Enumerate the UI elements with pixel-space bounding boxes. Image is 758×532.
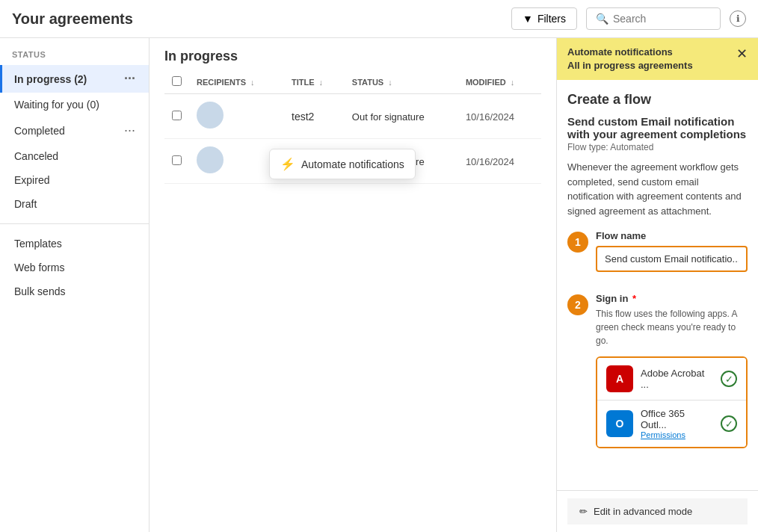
flow-type: Flow type: Automated bbox=[567, 142, 748, 152]
tooltip-label: Automate notifications bbox=[301, 158, 404, 170]
agreement-status: Out for signature bbox=[352, 111, 425, 123]
agreement-title: test2 bbox=[292, 111, 314, 123]
sidebar-item-completed[interactable]: Completed ··· bbox=[0, 117, 149, 144]
filter-button[interactable]: ▼ Filters bbox=[511, 7, 577, 30]
panel-header-title-line1: Automate notifications bbox=[567, 46, 693, 59]
step-2-circle: 2 bbox=[567, 294, 588, 315]
sidebar-item-templates[interactable]: Templates bbox=[0, 232, 149, 256]
office-permissions-link[interactable]: Permissions bbox=[641, 430, 713, 439]
section-header: In progress bbox=[150, 38, 556, 70]
search-box: 🔍 bbox=[586, 7, 721, 30]
sidebar-item-bulk-sends[interactable]: Bulk sends bbox=[0, 279, 149, 303]
agreements-table-container: RECIPIENTS ↓ TITLE ↓ STATUS ↓ MODIFIED ↓… bbox=[150, 70, 556, 532]
select-all-checkbox[interactable] bbox=[172, 76, 182, 86]
panel-subtitle: Send custom Email notification with your… bbox=[567, 115, 748, 140]
adobe-name: Adobe Acrobat ... bbox=[641, 368, 713, 390]
app-list: A Adobe Acrobat ... ✓ O Office 365 Outl.… bbox=[596, 356, 748, 448]
adobe-icon: A bbox=[606, 365, 633, 392]
step-1-row: 1 Flow name bbox=[567, 230, 748, 284]
app-item-office[interactable]: O Office 365 Outl... Permissions ✓ bbox=[597, 400, 746, 447]
sidebar-dots-in-progress[interactable]: ··· bbox=[123, 71, 137, 87]
signin-section: Sign in * This flow uses the following a… bbox=[596, 293, 748, 460]
page-header: Your agreements ▼ Filters 🔍 ℹ bbox=[0, 0, 758, 38]
panel-description: Whenever the agreement workflow gets com… bbox=[567, 160, 748, 218]
table-row: test2 Out for signature 10/16/2024 bbox=[164, 94, 541, 139]
agreement-modified: 10/16/2024 bbox=[466, 111, 514, 123]
info-icon[interactable]: ℹ bbox=[730, 10, 746, 27]
col-modified: MODIFIED ↓ bbox=[458, 70, 541, 94]
avatar bbox=[197, 146, 224, 173]
row-checkbox-2[interactable] bbox=[172, 155, 182, 165]
flow-name-section: Flow name bbox=[596, 230, 748, 272]
sidebar-item-draft[interactable]: Draft bbox=[0, 192, 149, 216]
app-item-adobe[interactable]: A Adobe Acrobat ... ✓ bbox=[597, 358, 746, 400]
row-checkbox-1[interactable] bbox=[172, 111, 182, 120]
panel-body: Create a flow Send custom Email notifica… bbox=[557, 80, 758, 490]
required-star: * bbox=[632, 293, 636, 304]
pencil-icon: ✏ bbox=[579, 506, 588, 517]
sidebar-dots-completed[interactable]: ··· bbox=[123, 123, 137, 138]
automate-icon: ⚡ bbox=[280, 157, 295, 171]
sidebar-item-web-forms[interactable]: Web forms bbox=[0, 256, 149, 279]
section-title: In progress bbox=[164, 49, 541, 64]
content-area: In progress RECIPIENTS ↓ TITLE ↓ STATUS … bbox=[150, 38, 556, 532]
office-name: Office 365 Outl... Permissions bbox=[641, 408, 713, 439]
sidebar-item-waiting[interactable]: Waiting for you (0) bbox=[0, 93, 149, 117]
adobe-check-icon: ✓ bbox=[721, 371, 737, 387]
panel-footer: ✏ Edit in advanced mode bbox=[557, 490, 758, 532]
col-status: STATUS ↓ bbox=[345, 70, 458, 94]
automate-notifications-tooltip[interactable]: ⚡ Automate notifications bbox=[269, 149, 416, 179]
sidebar-divider bbox=[0, 223, 149, 224]
col-recipients: RECIPIENTS ↓ bbox=[189, 70, 284, 94]
office-icon: O bbox=[606, 410, 633, 437]
panel-header-title-line2: All in progress agreements bbox=[567, 59, 693, 72]
sidebar: STATUS In progress (2) ··· Waiting for y… bbox=[0, 38, 150, 532]
right-panel: Automate notifications All in progress a… bbox=[556, 38, 758, 532]
sidebar-item-in-progress[interactable]: In progress (2) ··· bbox=[0, 65, 149, 93]
flow-name-input[interactable] bbox=[596, 246, 748, 272]
filter-icon: ▼ bbox=[523, 13, 533, 25]
page-title: Your agreements bbox=[12, 10, 502, 28]
panel-header: Automate notifications All in progress a… bbox=[557, 38, 758, 80]
office-check-icon: ✓ bbox=[721, 415, 737, 432]
step-2-row: 2 Sign in * This flow uses the following… bbox=[567, 293, 748, 460]
avatar bbox=[197, 102, 224, 129]
sidebar-item-expired[interactable]: Expired bbox=[0, 168, 149, 192]
status-label: STATUS bbox=[0, 47, 149, 65]
flow-name-label: Flow name bbox=[596, 230, 748, 241]
search-input[interactable] bbox=[613, 13, 710, 25]
step-1-circle: 1 bbox=[567, 232, 588, 253]
panel-header-text: Automate notifications All in progress a… bbox=[567, 46, 693, 72]
agreement-modified: 10/16/2024 bbox=[466, 156, 514, 167]
main-layout: STATUS In progress (2) ··· Waiting for y… bbox=[0, 38, 758, 532]
create-flow-title: Create a flow bbox=[567, 92, 748, 108]
close-button[interactable]: ✕ bbox=[736, 46, 748, 62]
sidebar-item-canceled[interactable]: Canceled bbox=[0, 144, 149, 168]
col-title: TITLE ↓ bbox=[284, 70, 345, 94]
signin-description: This flow uses the following apps. A gre… bbox=[596, 307, 748, 347]
edit-advanced-button[interactable]: ✏ Edit in advanced mode bbox=[567, 498, 748, 525]
signin-label: Sign in * bbox=[596, 293, 748, 304]
search-icon: 🔍 bbox=[596, 13, 608, 25]
